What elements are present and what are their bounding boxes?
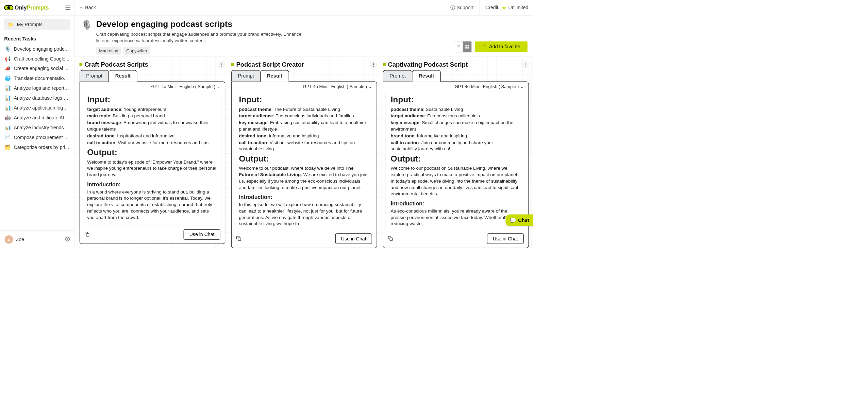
- sidebar-item-9[interactable]: 📄Compose procurement p...: [4, 133, 70, 142]
- task-label: Categorize orders by pri...: [14, 145, 69, 150]
- list-view-button[interactable]: [454, 41, 463, 52]
- tab-prompt[interactable]: Prompt: [383, 70, 413, 81]
- view-toggle: [454, 41, 472, 52]
- card-title: Podcast Script Creator: [236, 61, 304, 68]
- sidebar-item-1[interactable]: 📢Craft compelling Google...: [4, 54, 70, 64]
- recent-tasks-heading: Recent Tasks: [4, 36, 70, 41]
- task-icon: 📊: [5, 125, 11, 130]
- task-label: Craft compelling Google...: [14, 56, 69, 62]
- sidebar-item-3[interactable]: 🌐Translate documentatio...: [4, 73, 70, 83]
- task-icon: 🗂️: [5, 145, 11, 150]
- task-label: Compose procurement p...: [14, 135, 70, 140]
- chat-button[interactable]: 💬 Chat: [505, 214, 533, 226]
- model-selector[interactable]: GPT 4o Mini - English ( Sample ) ⌄: [383, 82, 528, 89]
- microphone-icon: 🎙️: [81, 19, 92, 31]
- menu-toggle-icon[interactable]: [65, 5, 70, 10]
- task-icon: 📄: [5, 135, 11, 140]
- task-icon: 📊: [5, 105, 11, 111]
- sidebar-item-6[interactable]: 📊Analyze application logs ...: [4, 103, 70, 113]
- copy-button[interactable]: [236, 236, 241, 242]
- page-subtitle: Craft captivating podcast scripts that e…: [96, 31, 305, 44]
- sidebar: OnlyPrompts 📁 My Prompts Recent Tasks 🎙️…: [0, 0, 75, 248]
- card-marker-icon: [383, 63, 386, 66]
- tab-result[interactable]: Result: [412, 70, 440, 82]
- task-icon: 🎙️: [5, 46, 11, 52]
- task-label: Analyze application logs ...: [14, 105, 70, 111]
- task-label: Translate documentatio...: [14, 75, 68, 81]
- my-prompts-label: My Prompts: [17, 22, 43, 28]
- copy-button[interactable]: [388, 236, 393, 242]
- tag[interactable]: Marketing: [96, 47, 121, 54]
- task-icon: 📢: [5, 56, 11, 62]
- folder-icon: 📁: [8, 22, 14, 28]
- svg-rect-11: [86, 234, 89, 236]
- use-in-chat-button[interactable]: Use in Chat: [335, 234, 372, 244]
- star-icon: ★: [502, 5, 506, 11]
- prompt-card: Podcast Script Creator ⋮ Prompt Result G…: [231, 61, 377, 244]
- sidebar-item-4[interactable]: 📊Analyze logs and reports ...: [4, 83, 70, 93]
- sidebar-item-5[interactable]: 📊Analyze database logs wi...: [4, 93, 70, 103]
- credit-label: Credit:: [485, 5, 500, 11]
- sidebar-item-0[interactable]: 🎙️Develop engaging podcas...: [4, 44, 70, 54]
- support-link[interactable]: ⓘ Support: [450, 4, 474, 11]
- svg-point-0: [67, 238, 68, 240]
- use-in-chat-button[interactable]: Use in Chat: [183, 229, 220, 240]
- result-content: Input: podcast theme: The Future of Sust…: [234, 91, 373, 230]
- avatar[interactable]: Z: [5, 235, 13, 244]
- credit-value: Unlimited: [508, 5, 529, 11]
- heart-icon: ♡: [482, 44, 487, 50]
- chevron-down-icon: ⌄: [368, 84, 372, 89]
- card-menu-button[interactable]: ⋮: [521, 61, 529, 68]
- tab-result[interactable]: Result: [260, 70, 289, 82]
- tag[interactable]: Copywriter: [123, 47, 150, 54]
- task-label: Analyze and mitigate AI ...: [14, 115, 69, 121]
- card-title: Craft Podcast Scripts: [84, 61, 148, 68]
- use-in-chat-button[interactable]: Use in Chat: [487, 234, 524, 244]
- support-label: Support: [457, 5, 474, 11]
- sidebar-item-2[interactable]: 📣Create engaging social ...: [4, 64, 70, 73]
- svg-rect-7: [465, 45, 467, 46]
- tab-prompt[interactable]: Prompt: [231, 70, 261, 81]
- svg-rect-10: [467, 47, 469, 49]
- task-label: Create engaging social ...: [14, 66, 68, 72]
- sidebar-item-7[interactable]: 🤖Analyze and mitigate AI ...: [4, 113, 70, 123]
- task-icon: 📊: [5, 96, 11, 101]
- copy-button[interactable]: [84, 232, 89, 237]
- sidebar-item-10[interactable]: 🗂️Categorize orders by pri...: [4, 142, 70, 152]
- back-button[interactable]: ← Back: [75, 0, 100, 15]
- page-title: Develop engaging podcast scripts: [96, 19, 305, 29]
- model-label: GPT 4o Mini - English ( Sample ): [455, 84, 519, 89]
- result-content: Input: target audience: Young entreprene…: [82, 91, 221, 226]
- task-label: Develop engaging podcas...: [14, 46, 70, 52]
- model-selector[interactable]: GPT 4o Mini - English ( Sample ) ⌄: [232, 82, 377, 89]
- result-content: Input: podcast theme: Sustainable Living…: [385, 91, 525, 230]
- logo[interactable]: OnlyPrompts: [4, 4, 49, 11]
- prompt-card: Craft Podcast Scripts ⋮ Prompt Result GP…: [80, 61, 226, 244]
- svg-rect-8: [467, 45, 469, 46]
- task-icon: 🤖: [5, 115, 11, 120]
- favorite-label: Add to favorite: [489, 44, 520, 50]
- chat-icon: 💬: [510, 217, 516, 223]
- chat-label: Chat: [518, 217, 529, 223]
- sidebar-item-8[interactable]: 📊Analyze industry trends: [4, 123, 70, 133]
- gear-icon[interactable]: [65, 236, 70, 242]
- topbar: ← Back ⓘ Support Credit: ★ Unlimited: [75, 0, 533, 15]
- card-menu-button[interactable]: ⋮: [218, 61, 225, 68]
- tab-result[interactable]: Result: [108, 70, 137, 82]
- model-label: GPT 4o Mini - English ( Sample ): [303, 84, 367, 89]
- grid-view-button[interactable]: [463, 41, 471, 52]
- task-icon: 📊: [5, 86, 11, 91]
- task-icon: 🌐: [5, 76, 11, 81]
- card-marker-icon: [80, 63, 83, 66]
- model-label: GPT 4o Mini - English ( Sample ): [151, 84, 215, 89]
- tab-prompt[interactable]: Prompt: [80, 70, 109, 81]
- logo-icon: [4, 5, 13, 10]
- card-menu-button[interactable]: ⋮: [369, 61, 377, 68]
- task-label: Analyze industry trends: [14, 125, 64, 131]
- username: Zoe: [16, 237, 24, 242]
- model-selector[interactable]: GPT 4o Mini - English ( Sample ) ⌄: [80, 82, 225, 89]
- add-to-favorite-button[interactable]: ♡ Add to favorite: [475, 41, 528, 52]
- svg-rect-9: [465, 47, 467, 49]
- svg-rect-13: [390, 238, 393, 240]
- my-prompts-button[interactable]: 📁 My Prompts: [4, 19, 70, 30]
